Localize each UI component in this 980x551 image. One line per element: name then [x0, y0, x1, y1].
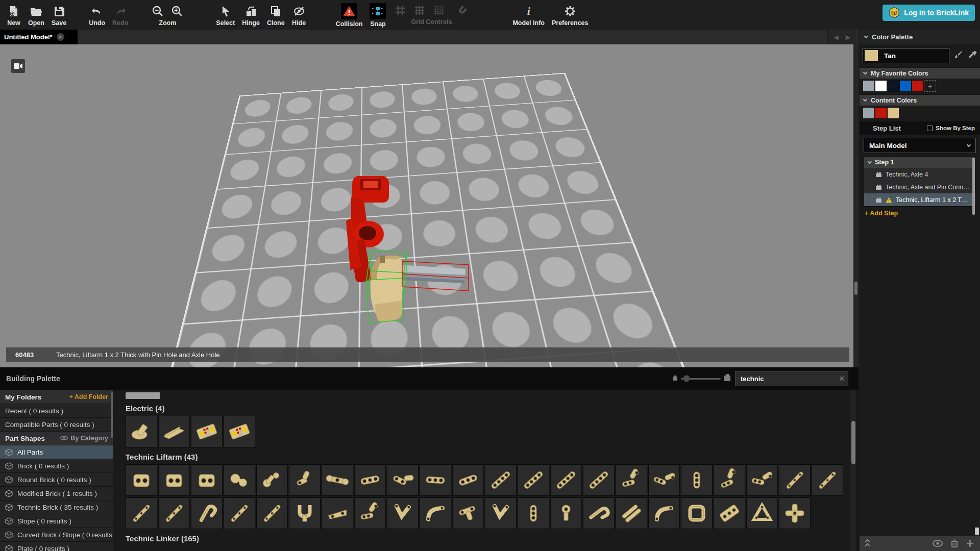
part-thumbnail-bent[interactable] — [616, 464, 647, 496]
part-thumbnail-peg[interactable] — [126, 416, 157, 447]
part-thumbnail-ladder[interactable] — [714, 497, 745, 529]
part-thumbnail-anchor[interactable] — [550, 497, 582, 529]
add-icon[interactable] — [966, 540, 974, 547]
part-thumbnail-cross[interactable] — [779, 497, 811, 529]
step-tree-scrollbar[interactable] — [972, 158, 975, 215]
part-thumbnail-beam[interactable] — [452, 464, 484, 496]
collision-button[interactable]: Collision — [332, 1, 366, 29]
content-colors-section-header[interactable]: Content Colors — [860, 94, 980, 106]
search-clear-icon[interactable]: × — [835, 373, 849, 384]
color-swatch[interactable] — [863, 107, 875, 119]
3d-viewport[interactable]: 60483 Technic, Liftarm 1 x 2 Thick with … — [0, 44, 853, 367]
part-thumbnail-beam[interactable] — [354, 464, 386, 496]
selected-tan-liftarm[interactable] — [371, 256, 403, 322]
part-thumbnail-thin[interactable] — [256, 497, 288, 529]
eye-icon[interactable] — [933, 540, 943, 547]
add-color-button[interactable]: + — [924, 80, 936, 92]
folder-recent[interactable]: Recent ( 0 results ) — [0, 404, 113, 418]
category-item[interactable]: Round Brick ( 0 results ) — [0, 473, 113, 487]
thumbnail-size-slider[interactable] — [673, 373, 731, 384]
camera-view-button[interactable] — [11, 59, 25, 73]
part-search-input[interactable] — [736, 375, 835, 383]
category-item[interactable]: Slope ( 0 results ) — [0, 514, 113, 528]
tab-close-icon[interactable]: × — [57, 33, 64, 41]
collapse-panel-icon[interactable] — [866, 540, 869, 547]
step-part-item[interactable]: Technic, Axle 4 — [864, 168, 975, 181]
part-thumbnail-angle[interactable] — [387, 464, 419, 496]
folder-panel-scrollbar[interactable] — [111, 391, 113, 438]
show-by-step-checkbox[interactable] — [927, 126, 933, 131]
part-thumbnail-thin[interactable] — [126, 497, 157, 529]
parts-panel-scrollbar[interactable] — [850, 390, 856, 551]
add-step-button[interactable]: + Add Step — [865, 210, 980, 217]
category-item[interactable]: Plate ( 0 results ) — [0, 542, 113, 551]
part-thumbnail-vee[interactable] — [485, 497, 517, 529]
new-button[interactable]: New — [3, 2, 24, 28]
by-category-toggle[interactable]: By Category — [60, 435, 108, 442]
category-item[interactable]: Brick ( 0 results ) — [0, 459, 113, 473]
part-thumbnail-board[interactable] — [191, 416, 223, 447]
color-swatch[interactable] — [912, 80, 924, 92]
zoom-out-icon[interactable] — [151, 4, 165, 18]
paint-brush-icon[interactable] — [953, 50, 963, 61]
redo-button[interactable]: Redo — [109, 2, 132, 28]
viewport-scrollbar[interactable] — [853, 44, 859, 367]
current-color-selector[interactable]: Tan — [863, 48, 949, 63]
trash-icon[interactable] — [951, 539, 958, 547]
part-thumbnail-diag[interactable] — [485, 464, 517, 496]
step-part-item[interactable]: Technic, Axle and Pin Connector .. — [864, 181, 975, 193]
part-thumbnail-bent[interactable] — [714, 464, 745, 496]
slider-knob[interactable] — [683, 375, 690, 382]
part-thumbnail-hook[interactable] — [191, 497, 223, 529]
part-thumbnail-board[interactable] — [224, 416, 255, 447]
part-thumbnail-arch[interactable] — [648, 497, 680, 529]
part-thumbnail-diag[interactable] — [550, 464, 582, 496]
part-thumbnail-bentsmall[interactable] — [289, 464, 321, 496]
login-bricklink-button[interactable]: Log in to BrickLink — [883, 5, 975, 21]
category-item[interactable]: Modified Brick ( 1 results ) — [0, 487, 113, 500]
part-thumbnail-block[interactable] — [158, 464, 190, 496]
model-info-button[interactable]: i Model Info — [509, 2, 548, 28]
part-thumbnail-ballbeam[interactable] — [322, 464, 353, 496]
add-folder-button[interactable]: + Add Folder — [69, 393, 108, 400]
part-thumbnail-diag[interactable] — [583, 464, 615, 496]
color-swatch[interactable] — [875, 107, 887, 119]
part-thumbnail-thin[interactable] — [812, 464, 843, 496]
favorites-section-header[interactable]: My Favorite Colors — [860, 67, 980, 79]
snap-button[interactable]: Snap — [366, 1, 389, 29]
part-thumbnail-hook[interactable] — [583, 497, 615, 529]
part-thumbnail-sled[interactable] — [158, 416, 190, 447]
category-item[interactable]: Technic Brick ( 35 results ) — [0, 500, 113, 514]
preferences-button[interactable]: Preferences — [548, 2, 592, 28]
part-thumbnail-diag[interactable] — [518, 464, 549, 496]
step-part-item[interactable]: Technic, Liftarm 1 x 2 Thick w... — [864, 193, 975, 206]
part-thumbnail-tee[interactable] — [452, 497, 484, 529]
part-thumbnail-holes[interactable] — [681, 464, 713, 496]
clone-button[interactable]: Clone — [263, 2, 288, 28]
step-header[interactable]: Step 1 — [864, 157, 975, 168]
category-item[interactable]: Curved Brick / Slope ( 0 results ) — [0, 528, 113, 542]
sidebar-scroll-thumb[interactable] — [975, 528, 979, 535]
tab-untitled-model[interactable]: Untitled Model* × — [0, 30, 78, 44]
undo-button[interactable]: Undo — [85, 2, 109, 28]
open-button[interactable]: Open — [24, 2, 48, 28]
partially-scrolled-thumbnail[interactable] — [126, 392, 160, 399]
part-thumbnail-fork[interactable] — [289, 497, 321, 529]
part-thumbnail-bent[interactable] — [746, 464, 778, 496]
zoom-in-icon[interactable] — [170, 4, 184, 18]
tab-scroll-left-icon[interactable]: ◀ — [834, 34, 839, 41]
tab-scroll-right-icon[interactable]: ▶ — [846, 34, 850, 41]
grid-controls[interactable]: Grid Controls — [389, 1, 473, 27]
hide-button[interactable]: Hide — [288, 2, 310, 28]
part-thumbnail-tri[interactable] — [746, 497, 778, 529]
save-button[interactable]: Save — [48, 2, 70, 28]
color-swatch[interactable] — [887, 80, 899, 92]
part-thumbnail-holes[interactable] — [518, 497, 549, 529]
select-button[interactable]: Select — [212, 2, 238, 28]
part-thumbnail-thin[interactable] — [779, 464, 811, 496]
part-thumbnail-block[interactable] — [126, 464, 157, 496]
color-swatch[interactable] — [887, 107, 899, 119]
model-selector-dropdown[interactable]: Main Model — [864, 138, 976, 153]
part-thumbnail-thin[interactable] — [224, 497, 255, 529]
color-swatch[interactable] — [899, 80, 912, 92]
